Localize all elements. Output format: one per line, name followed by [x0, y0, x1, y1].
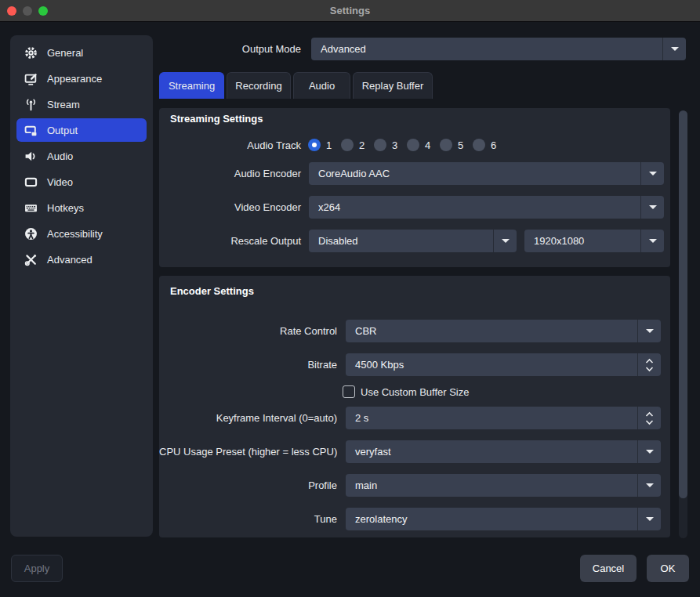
use-custom-buffer-checkbox[interactable]: Use Custom Buffer Size [343, 385, 469, 398]
output-mode-select[interactable]: Advanced [311, 38, 686, 60]
maximize-button[interactable] [38, 6, 48, 16]
dropdown-arrow-section [637, 440, 661, 463]
audio-track-6[interactable]: 6 [473, 139, 506, 151]
tab-audio[interactable]: Audio [293, 72, 350, 99]
output-displays-icon [24, 124, 38, 137]
tab-recording[interactable]: Recording [227, 72, 291, 99]
dropdown-arrow-section [637, 474, 661, 497]
audio-encoder-value: CoreAudio AAC [309, 168, 640, 179]
dropdown-arrow-section [493, 230, 517, 252]
sidebar-item-accessibility[interactable]: Accessibility [16, 222, 147, 245]
output-mode-value: Advanced [311, 43, 662, 55]
rescale-output-value: Disabled [309, 235, 493, 247]
sidebar-item-audio[interactable]: Audio [16, 144, 147, 168]
tab-label: Streaming [169, 80, 215, 92]
dropdown-arrow-section [637, 508, 661, 530]
sidebar-item-label: Stream [47, 99, 80, 110]
checkbox-icon [343, 385, 355, 398]
sidebar-item-video[interactable]: Video [16, 170, 147, 194]
sidebar-item-label: Hotkeys [47, 202, 84, 214]
window-title: Settings [330, 5, 370, 16]
rescale-output-select[interactable]: Disabled [309, 230, 517, 252]
sidebar-item-label: Audio [47, 150, 73, 162]
apply-button-label: Apply [24, 563, 50, 574]
sidebar-item-appearance[interactable]: Appearance [16, 67, 147, 90]
cpu-usage-preset-select[interactable]: veryfast [346, 440, 661, 463]
rate-control-value: CBR [346, 325, 637, 337]
chevron-down-icon [502, 239, 510, 243]
keyframe-interval-value: 2 s [346, 412, 637, 424]
audio-track-4[interactable]: 4 [407, 139, 440, 151]
chevron-down-icon [649, 172, 657, 175]
streaming-settings-header: Streaming Settings [170, 113, 263, 125]
scrollbar-track[interactable] [679, 110, 687, 538]
chevron-down-icon [646, 329, 654, 333]
sidebar-item-label: General [47, 47, 83, 59]
settings-sidebar: General Appearance Stream Output Audio [10, 35, 153, 537]
audio-track-2[interactable]: 2 [341, 139, 374, 151]
tab-streaming[interactable]: Streaming [159, 72, 224, 99]
audio-encoder-select[interactable]: CoreAudio AAC [309, 162, 664, 185]
profile-value: main [346, 479, 637, 491]
chevron-down-icon [649, 205, 657, 209]
sidebar-item-label: Accessibility [47, 228, 103, 240]
rescale-output-label: Rescale Output [159, 230, 301, 252]
dropdown-arrow-section [637, 320, 661, 342]
video-encoder-select[interactable]: x264 [309, 196, 664, 219]
sidebar-item-stream[interactable]: Stream [16, 92, 147, 116]
rescale-resolution-value: 1920x1080 [524, 235, 640, 247]
radio-icon [341, 139, 354, 151]
encoder-settings-header: Encoder Settings [170, 285, 254, 297]
chevron-down-icon [646, 517, 654, 521]
radio-label: 3 [392, 139, 397, 151]
sidebar-item-output[interactable]: Output [16, 118, 147, 142]
audio-track-5[interactable]: 5 [440, 139, 473, 151]
cpu-usage-preset-label: CPU Usage Preset (higher = less CPU) [159, 440, 337, 463]
spinner-buttons[interactable] [637, 353, 661, 376]
profile-label: Profile [159, 474, 337, 497]
video-encoder-value: x264 [309, 201, 640, 213]
titlebar: Settings [0, 0, 700, 22]
tune-value: zerolatency [346, 513, 637, 525]
keyframe-interval-spinbox[interactable]: 2 s [346, 407, 661, 429]
radio-label: 6 [491, 139, 496, 151]
rate-control-select[interactable]: CBR [346, 320, 661, 342]
ok-button[interactable]: OK [647, 555, 689, 582]
tools-icon [24, 253, 38, 266]
tab-replay-buffer[interactable]: Replay Buffer [353, 72, 433, 99]
profile-select[interactable]: main [346, 474, 661, 497]
traffic-lights [7, 6, 48, 16]
audio-encoder-label: Audio Encoder [159, 162, 301, 185]
checkbox-label: Use Custom Buffer Size [361, 386, 469, 398]
rescale-resolution-select[interactable]: 1920x1080 [524, 230, 664, 252]
sidebar-item-advanced[interactable]: Advanced [16, 248, 147, 271]
audio-track-1[interactable]: 1 [308, 139, 341, 151]
keyframe-interval-label: Keyframe Interval (0=auto) [159, 407, 337, 429]
sidebar-item-hotkeys[interactable]: Hotkeys [16, 196, 147, 219]
dropdown-arrow-section [640, 230, 664, 252]
audio-track-3[interactable]: 3 [374, 139, 407, 151]
tab-label: Replay Buffer [362, 80, 424, 92]
bitrate-spinbox[interactable]: 4500 Kbps [346, 353, 661, 376]
spinner-buttons[interactable] [637, 407, 661, 429]
radio-label: 2 [359, 139, 365, 151]
tune-select[interactable]: zerolatency [346, 508, 661, 530]
sidebar-item-label: Appearance [47, 73, 102, 85]
chevron-down-icon [649, 239, 657, 243]
cancel-button[interactable]: Cancel [580, 555, 637, 582]
scrollbar-thumb[interactable] [679, 110, 687, 498]
ok-button-label: OK [661, 563, 676, 574]
display-edit-icon [24, 72, 38, 85]
audio-track-radio-group: 1 2 3 4 5 6 [308, 139, 506, 151]
radio-label: 1 [326, 139, 332, 151]
close-button[interactable] [7, 6, 16, 16]
minimize-button [23, 6, 32, 16]
dropdown-arrow-section [640, 162, 664, 185]
tab-label: Recording [235, 80, 281, 92]
apply-button[interactable]: Apply [11, 555, 63, 582]
cancel-button-label: Cancel [593, 563, 624, 574]
sidebar-item-general[interactable]: General [16, 41, 147, 64]
output-mode-label: Output Mode [159, 38, 301, 60]
audio-track-label: Audio Track [159, 134, 301, 157]
spinner-chevrons-icon [645, 411, 654, 425]
